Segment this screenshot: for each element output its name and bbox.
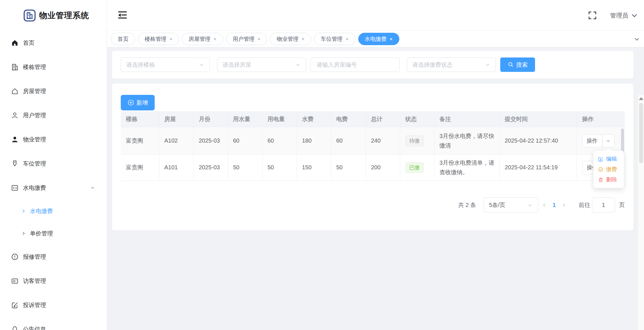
edit-square-icon — [11, 301, 19, 309]
col-water-fee: 水费 — [297, 111, 331, 127]
col-water-usage: 用水量 — [228, 111, 262, 127]
sidebar-subitem-utility-payment[interactable]: 水电缴费 — [0, 200, 107, 222]
page-size-select[interactable]: 5条/页 — [484, 197, 538, 212]
chevron-down-icon — [295, 62, 301, 68]
tab-property[interactable]: 物业管理 — [270, 33, 311, 45]
close-icon[interactable] — [257, 36, 260, 42]
status-badge: 待缴 — [405, 135, 424, 146]
tab-buildings[interactable]: 楼栋管理 — [138, 33, 179, 45]
sidebar-item-buildings[interactable]: 楼栋管理 — [0, 55, 107, 79]
user-icon — [11, 112, 19, 119]
close-icon[interactable] — [169, 36, 172, 42]
tab-utility-payment[interactable]: 水电缴费 — [358, 33, 399, 45]
close-icon[interactable] — [301, 36, 304, 42]
sidebar-item-utilities[interactable]: 水电缴费 — [0, 176, 107, 200]
page-number-1[interactable]: 1 — [553, 202, 556, 208]
top-header: 管理员 — [107, 0, 644, 31]
header-actions: 管理员 — [588, 0, 638, 31]
content-area: 请选择楼栋 请选择房屋 请选择缴费状态 — [107, 47, 644, 330]
chevron-down-icon — [485, 62, 490, 68]
house-icon — [11, 87, 19, 95]
app-logo: 物业管理系统 — [0, 0, 107, 31]
tab-users[interactable]: 用户管理 — [226, 33, 267, 45]
house-select[interactable]: 请选择房屋 — [217, 57, 306, 72]
sidebar-item-complaints[interactable]: 投诉管理 — [0, 293, 107, 317]
sidebar-item-announcements[interactable]: 公告信息 — [0, 317, 107, 330]
chevron-right-icon — [21, 208, 26, 214]
close-icon[interactable] — [345, 36, 348, 42]
tab-list-dropdown-button[interactable] — [633, 31, 641, 47]
sidebar-item-houses[interactable]: 房屋管理 — [0, 79, 107, 103]
scroll-up-arrow-icon[interactable] — [639, 97, 643, 100]
col-month: 月份 — [193, 111, 228, 127]
menu-item-edit[interactable]: 编辑 — [593, 154, 624, 164]
collapse-sidebar-button[interactable] — [118, 11, 127, 20]
pagination: 共 2 条 5条/页 1 前往 页 — [458, 197, 625, 212]
table-row: 富贵阁 A102 2025-03 60 60 180 60 240 待缴 3月份… — [121, 127, 625, 154]
warning-icon — [11, 253, 19, 261]
user-menu[interactable]: 管理员 — [610, 11, 638, 20]
building-select[interactable]: 请选择楼栋 — [121, 57, 210, 72]
status-badge: 已缴 — [405, 162, 424, 173]
tab-parking[interactable]: 车位管理 — [314, 33, 355, 45]
tab-home[interactable]: 首页 — [111, 33, 135, 45]
sidebar-menu: 首页 楼栋管理 房屋管理 用户管理 — [0, 31, 107, 330]
user-name: 管理员 — [610, 11, 628, 20]
sidebar-item-parking[interactable]: 车位管理 — [0, 151, 107, 176]
search-icon — [508, 62, 514, 68]
action-dropdown-menu: 编辑 缴费 删除 — [593, 150, 624, 188]
tab-bar: 首页 楼栋管理 房屋管理 用户管理 物业管理 车位管理 水电缴费 — [107, 31, 644, 47]
tab-houses[interactable]: 房屋管理 — [182, 33, 223, 45]
sidebar-item-visitors[interactable]: 访客管理 — [0, 269, 107, 293]
col-building: 楼栋 — [121, 111, 159, 127]
col-status: 状态 — [400, 111, 434, 127]
col-power-fee: 电费 — [331, 111, 366, 127]
row-action-dropdown: 操作 — [582, 134, 614, 147]
visitor-card-icon — [11, 277, 19, 285]
home-icon — [11, 39, 19, 47]
house-number-input[interactable] — [316, 61, 394, 68]
col-house: 房屋 — [159, 111, 193, 127]
sidebar: 物业管理系统 首页 楼栋管理 房屋管理 — [0, 0, 107, 330]
meter-icon — [11, 184, 19, 192]
chevron-down-icon — [630, 11, 638, 19]
page-unit-label: 页 — [619, 201, 625, 209]
building-icon — [11, 63, 19, 71]
payment-status-select[interactable]: 请选择缴费状态 — [407, 57, 496, 72]
action-caret-button[interactable] — [602, 134, 614, 147]
pagination-total: 共 2 条 — [458, 201, 476, 209]
prev-page-button[interactable] — [538, 202, 551, 208]
menu-item-delete[interactable]: 删除 — [593, 174, 624, 185]
sidebar-item-property[interactable]: 物业管理 — [0, 127, 107, 151]
sidebar-item-home[interactable]: 首页 — [0, 31, 107, 55]
user-solid-icon — [11, 136, 19, 143]
sidebar-item-users[interactable]: 用户管理 — [0, 103, 107, 127]
content-scrollbar[interactable] — [638, 95, 644, 330]
circle-plus-icon — [128, 99, 134, 106]
app-window: 物业管理系统 首页 楼栋管理 房屋管理 — [0, 0, 644, 330]
col-submit-time: 提交时间 — [499, 111, 577, 127]
col-total: 总计 — [366, 111, 400, 127]
table-row: 富贵阁 A101 2025-03 50 50 150 50 200 已缴 3月份… — [121, 154, 625, 181]
action-button[interactable]: 操作 — [582, 134, 602, 147]
chevron-up-icon — [89, 185, 96, 191]
sidebar-item-repairs[interactable]: 报修管理 — [0, 245, 107, 269]
close-icon[interactable] — [213, 36, 216, 42]
close-icon[interactable] — [390, 36, 393, 42]
price-tag-icon — [11, 160, 19, 168]
goto-label: 前往 — [579, 201, 590, 209]
trash-icon — [598, 177, 603, 183]
add-button[interactable]: 新增 — [121, 95, 155, 110]
bell-icon — [11, 325, 19, 330]
sidebar-subitem-unit-price[interactable]: 单价管理 — [0, 222, 107, 245]
menu-item-pay[interactable]: 缴费 — [593, 164, 624, 174]
next-page-button[interactable] — [557, 202, 570, 208]
chevron-down-icon — [527, 202, 533, 208]
search-button[interactable]: 搜索 — [500, 57, 535, 72]
scrollbar-thumb[interactable] — [639, 103, 643, 163]
house-number-input-wrap — [310, 57, 400, 72]
col-power-usage: 用电量 — [262, 111, 297, 127]
col-actions: 操作 — [577, 111, 625, 127]
goto-page-input[interactable] — [592, 197, 615, 212]
fullscreen-icon[interactable] — [588, 11, 597, 20]
